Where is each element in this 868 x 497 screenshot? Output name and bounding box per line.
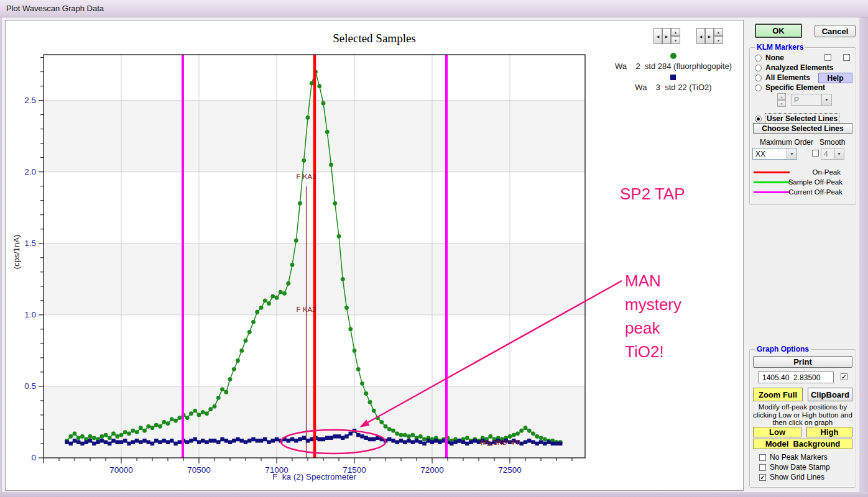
chevron-down-icon[interactable]: ▼ [821,94,831,105]
specific-element-spin-up-button[interactable]: ▲ [777,93,786,100]
data-point [99,434,104,439]
data-point [360,434,364,438]
specific-element-spin-down-button[interactable]: ▼ [777,100,786,107]
data-point [271,439,275,442]
legend-nav1-down-button[interactable]: ▼ [671,36,680,44]
current-off-peak-line-swatch [754,191,790,193]
radio-user-selected-lines-label: User Selected Lines [765,114,839,124]
data-point [372,409,376,413]
data-point [228,440,232,444]
window-title-bar[interactable]: Plot Wavescan Graph Data [0,0,868,17]
data-point [150,426,155,430]
data-point [341,436,344,440]
data-point [356,433,360,437]
legend-nav1-spinner: ▲ ▼ [671,28,680,44]
radio-specific-element-label: Specific Element [765,83,825,92]
smooth-checkbox[interactable] [812,150,819,157]
radio-none[interactable] [755,55,762,62]
data-point [247,439,251,442]
annotation-line: MAN [625,269,681,293]
cursor-position-readout[interactable]: 1405.40 2.83500 [758,372,834,383]
data-point [321,101,326,106]
data-point [294,439,298,442]
klm-extra-checkbox-1[interactable] [824,54,831,61]
choose-selected-lines-button[interactable]: Choose Selected Lines [753,123,852,134]
data-point [104,440,108,444]
data-point [407,439,410,442]
data-point [80,434,85,439]
clipboard-button[interactable]: ClipBoard [808,388,852,401]
legend-nav1-left-arrow-button[interactable]: ◀ [653,28,662,44]
data-point [453,440,457,444]
klm-extra-checkbox-2[interactable] [843,54,850,61]
smooth-combo[interactable]: 4 ▼ [821,148,844,160]
legend-nav1-up-button[interactable]: ▲ [671,28,680,36]
data-point [399,433,404,437]
radio-none-label: None [765,53,784,62]
data-point [119,440,123,444]
data-point [410,433,415,437]
data-point [337,234,341,239]
data-point [247,330,252,334]
data-point [349,432,353,435]
data-point [461,440,465,444]
graph-panel: F KA1F KA2Mg SKB^4 II7000070500710007150… [5,20,744,491]
data-point [150,442,154,445]
radio-analyzed-elements[interactable] [755,65,762,71]
data-point [216,440,220,444]
data-point [263,437,267,441]
smooth-label: Smooth [820,138,845,147]
legend-nav2-left-arrow-button[interactable]: ◀ [696,28,705,44]
model-background-button[interactable]: Model Background [753,439,852,449]
show-grid-lines-checkbox[interactable] [759,474,766,481]
data-point [205,411,209,416]
data-point [154,439,158,442]
high-button[interactable]: High [806,427,852,437]
data-point [142,429,147,433]
data-point [189,439,193,442]
annotation-line: TiO2! [625,340,681,363]
radio-user-selected-lines[interactable] [755,116,762,122]
data-point [317,84,321,88]
low-button[interactable]: Low [753,427,801,437]
maximum-order-combo[interactable]: XX ▼ [752,148,797,160]
readout-checkbox[interactable] [841,373,847,380]
data-point [290,437,294,441]
data-point [524,426,528,430]
legend-nav2-up-button[interactable]: ▲ [714,28,723,36]
help-button[interactable]: Help [818,73,852,83]
data-point [92,442,96,445]
legend-nav2-right-arrow-button[interactable]: ▶ [705,28,714,44]
green-circle-marker-icon [670,53,676,59]
no-peak-markers-label: No Peak Markers [770,453,828,462]
data-point [166,421,170,426]
radio-all-elements[interactable] [755,75,762,81]
zoom-full-button[interactable]: Zoom Full [753,388,803,401]
chevron-down-icon[interactable]: ▼ [787,148,796,159]
print-button[interactable]: Print [753,356,852,368]
data-point [69,442,73,445]
specific-element-combo[interactable]: P ▼ [791,94,832,106]
legend-nav1-right-arrow-button[interactable]: ▶ [662,28,671,44]
data-point [65,440,68,444]
y-tick-label: 0 [31,453,36,462]
legend-nav2-down-button[interactable]: ▼ [714,36,723,44]
data-point [321,437,325,441]
no-peak-markers-checkbox[interactable] [759,454,766,461]
maximum-order-value: XX [753,150,787,158]
data-point [473,439,477,442]
data-point [197,413,201,417]
radio-specific-element[interactable] [755,84,762,91]
data-point [88,434,93,439]
ok-button[interactable]: OK [755,24,802,38]
data-point [531,440,535,444]
show-date-stamp-checkbox[interactable] [759,464,766,471]
cancel-button[interactable]: Cancel [815,25,856,37]
window-frame-bottom [0,492,868,497]
data-point [434,439,438,442]
data-point [403,433,407,437]
data-point [173,419,178,423]
data-point [353,349,357,353]
chevron-down-icon[interactable]: ▼ [834,148,844,159]
radio-analyzed-elements-label: Analyzed Elements [765,63,833,72]
